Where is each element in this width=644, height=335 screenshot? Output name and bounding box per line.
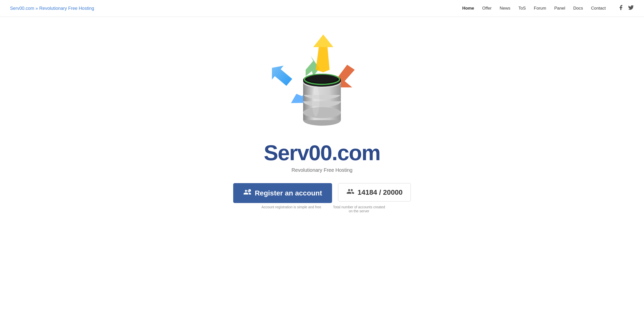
main-content: Serv00.com Revolutionary Free Hosting + …: [0, 17, 644, 228]
svg-point-18: [312, 86, 319, 116]
svg-text:+: +: [248, 189, 250, 192]
svg-point-9: [303, 107, 341, 118]
nav-news[interactable]: News: [500, 6, 510, 11]
nav-offer[interactable]: Offer: [482, 6, 492, 11]
nav-forum[interactable]: Forum: [534, 6, 546, 11]
accounts-icon: [346, 187, 354, 197]
register-sublabel: Account registration is simple and free: [257, 205, 325, 213]
site-header: Serv00.com » Revolutionary Free Hosting …: [0, 0, 644, 17]
nav-contact[interactable]: Contact: [591, 6, 606, 11]
nav-docs[interactable]: Docs: [573, 6, 583, 11]
nav-tos[interactable]: ToS: [518, 6, 526, 11]
facebook-icon[interactable]: [618, 5, 624, 12]
svg-point-17: [307, 75, 337, 83]
svg-marker-4: [313, 35, 333, 47]
register-label: Register an account: [255, 189, 322, 197]
hero-graphic: [269, 27, 375, 133]
svg-marker-0: [269, 61, 295, 89]
nav-home[interactable]: Home: [462, 6, 474, 11]
accounts-sublabel: Total number of accounts created on the …: [331, 205, 387, 213]
site-logo[interactable]: Serv00.com » Revolutionary Free Hosting: [10, 6, 94, 11]
accounts-count-value: 14184 / 20000: [357, 188, 403, 196]
accounts-count: 14184 / 20000: [346, 187, 403, 197]
site-title: Serv00.com: [264, 140, 380, 165]
site-tagline: Revolutionary Free Hosting: [292, 167, 352, 173]
social-links: [618, 5, 634, 12]
register-icon: +: [243, 188, 251, 198]
accounts-box: 14184 / 20000: [338, 183, 411, 202]
register-button[interactable]: + Register an account: [233, 183, 332, 203]
main-nav: Home Offer News ToS Forum Panel Docs Con…: [462, 5, 634, 12]
cta-section: + Register an account 14184 / 20000: [233, 183, 411, 203]
nav-panel[interactable]: Panel: [554, 6, 565, 11]
twitter-icon[interactable]: [628, 5, 634, 12]
cta-sublabels: Account registration is simple and free …: [257, 205, 387, 213]
